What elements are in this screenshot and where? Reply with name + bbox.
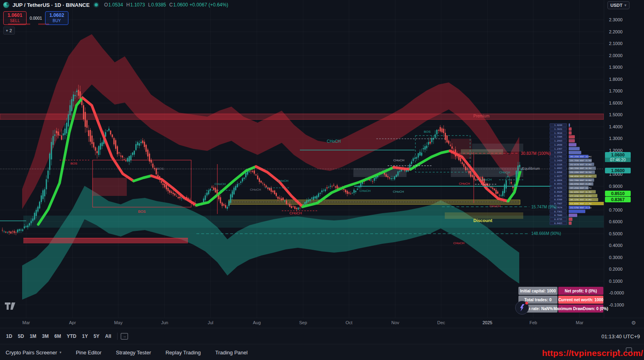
time-axis-label: Nov [383,320,407,325]
chevron-down-icon: ▾ [6,29,8,33]
range-button-6m[interactable]: 6M [52,332,64,340]
chart-annotation: CHoCH [499,171,510,174]
price-tick: -0.0000 [609,290,624,295]
volume-profile-row: 0.9551243.9756 USDT (5.8%) [550,182,593,185]
buy-sell-widget: 1.0601 SELL 0.0001 1.0602 BUY [3,11,68,25]
chart-annotation: CHoCH [453,241,464,245]
time-axis-label: May [106,320,130,325]
buy-label: BUY [53,19,61,23]
tab-label: Replay Trading [165,350,200,356]
time-axis-label: Aug [245,320,269,325]
tab-pine-editor[interactable]: Pine Editor [76,350,101,356]
time-axis[interactable]: ⚙ MarAprMayJunJulAugSepOctNovDec2025FebM… [0,318,644,328]
chart-annotation: Equilibrium [522,167,540,171]
price-tick: 1.9000 [609,65,623,70]
svg-text:1.1741: 1.1741 [554,155,562,158]
price-tick: 0.3000 [609,255,623,260]
volume-profile-row: 0.9239197.2556 USDT (4.7%) [550,186,592,189]
range-button-1y[interactable]: 1Y [79,332,91,340]
chart-annotation: CHoCH [277,179,289,183]
sell-button[interactable]: 1.0601 SELL [3,11,27,25]
tradingview-logo-icon[interactable] [5,302,17,311]
volume-profile-row: 0.7048 [550,214,577,217]
volume-profile-row: 0.8300285.1256 USDT (6.8%) [550,198,598,201]
time-axis-label: Oct [337,320,361,325]
chart-annotation: Premium [473,114,489,118]
svg-text:0.8613: 0.8613 [554,195,562,197]
svg-text:255.2356 USDT (6.1%): 255.2356 USDT (6.1%) [570,171,592,173]
ohlc-item: H1.1073 [126,2,145,8]
range-button-3m[interactable]: 3M [39,332,52,340]
price-tick: 0.9000 [609,184,623,189]
tab-replay-trading[interactable]: Replay Trading [165,350,200,356]
range-button-1m[interactable]: 1M [27,332,39,340]
range-button-all[interactable]: All [102,332,114,340]
chart-annotation: CHoCH [489,204,501,208]
tab-label: Crypto Pairs Screener [6,350,57,356]
price-tick: 0.5000 [609,231,623,236]
svg-text:0.9864: 0.9864 [554,179,563,181]
notification-dot [525,302,528,304]
range-button-ytd[interactable]: YTD [64,332,79,340]
tradingview-window: 1.42441.39311.36181.33061.29931.26801.23… [0,0,644,360]
price-tick: 2.0000 [609,53,623,58]
chevron-down-icon: ▾ [624,3,626,7]
volume-profile-row: 0.8926262.8356 USDT (6.3%) [550,190,596,193]
svg-text:1.3931: 1.3931 [554,128,562,130]
svg-text:0.6423: 0.6423 [554,222,562,224]
svg-text:262.8356 USDT (6.3%): 262.8356 USDT (6.3%) [570,191,592,193]
tab-trading-panel[interactable]: Trading Panel [215,350,248,356]
indicator-count: 2 [10,28,12,33]
price-axis[interactable]: 2.30002.20002.10002.00001.90001.80001.70… [604,0,644,318]
watermark-url: https://tvpinescript.com/ [542,348,643,358]
ohlc-item: C1.0600 [169,2,188,8]
chart-annotation: CHoCH [459,182,470,185]
price-tick: 0.2000 [609,267,623,272]
stats-cell: Initial capital: 1000 [518,287,557,295]
svg-text:243.9756 USDT (5.8%): 243.9756 USDT (5.8%) [570,183,592,185]
volume-profile-row: 1.1429231.7556 USDT (5.5%) [550,159,592,162]
svg-text:0.7048: 0.7048 [554,214,562,216]
strategy-badge[interactable] [515,301,529,315]
price-tick: 2.2000 [609,29,623,34]
svg-text:1.3306: 1.3306 [554,136,562,138]
chart-annotation: BOS [70,162,77,165]
svg-text:252.0178 USDT (6.0%): 252.0178 USDT (6.0%) [570,164,592,166]
stats-cell: Maximum DrawDown: 0 (0%) [558,304,603,313]
price-tick: 1.4000 [609,124,623,129]
market-status-dot[interactable] [95,3,98,6]
svg-text:1.0490: 1.0490 [554,171,562,173]
range-button-5d[interactable]: 5D [15,332,27,340]
volume-profile-row: 1.2993 [550,139,575,142]
tab-label: Strategy Tester [116,350,151,356]
indicators-collapse-button[interactable]: ▾ 2 [3,27,15,35]
indicator-price-label: 1.0600 [605,168,631,173]
main-chart[interactable]: 1.42441.39311.36181.33061.29931.26801.23… [0,0,604,318]
tab-crypto-pairs-screener[interactable]: Crypto Pairs Screener▾ [6,350,61,356]
chart-annotation: 30.837M (100%) [521,151,551,156]
chart-annotation: Discount [473,218,492,223]
volume-profile-row: 0.8613277.3156 USDT (6.6%) [550,194,597,197]
symbol-title[interactable]: JUP / TetherUS · 1D · BINANCE [12,2,90,8]
volume-profile-row: 1.2367 [550,147,580,150]
gear-icon[interactable]: ⚙ [631,320,636,326]
buy-button[interactable]: 1.0602 BUY [45,11,68,25]
indicator-price-label: 0.8367 [605,197,631,202]
tab-strategy-tester[interactable]: Strategy Tester [116,350,151,356]
chart-annotation: 15.747M (9%) [531,205,557,209]
clock[interactable]: 01:13:40 UTC+9 [601,333,640,339]
svg-text:285.1256 USDT (6.8%): 285.1256 USDT (6.8%) [570,199,592,201]
indicator-clouds [22,34,519,300]
volume-profile-row: 1.2680 [550,143,576,146]
range-button-5y[interactable]: 5Y [91,332,102,340]
tab-label: Pine Editor [76,350,101,356]
currency-dropdown[interactable]: USDT ▾ [607,1,630,9]
svg-text:1.1429: 1.1429 [554,159,562,162]
range-button-1d[interactable]: 1D [3,332,15,340]
time-axis-label: Dec [429,320,453,325]
volume-profile-row: 1.2054 [550,151,581,154]
stats-cell: Net profit: 0 (0%) [558,287,603,295]
go-to-date-icon[interactable]: → [121,333,128,339]
svg-text:0.8926: 0.8926 [554,191,562,193]
time-axis-label: 2025 [475,320,500,325]
